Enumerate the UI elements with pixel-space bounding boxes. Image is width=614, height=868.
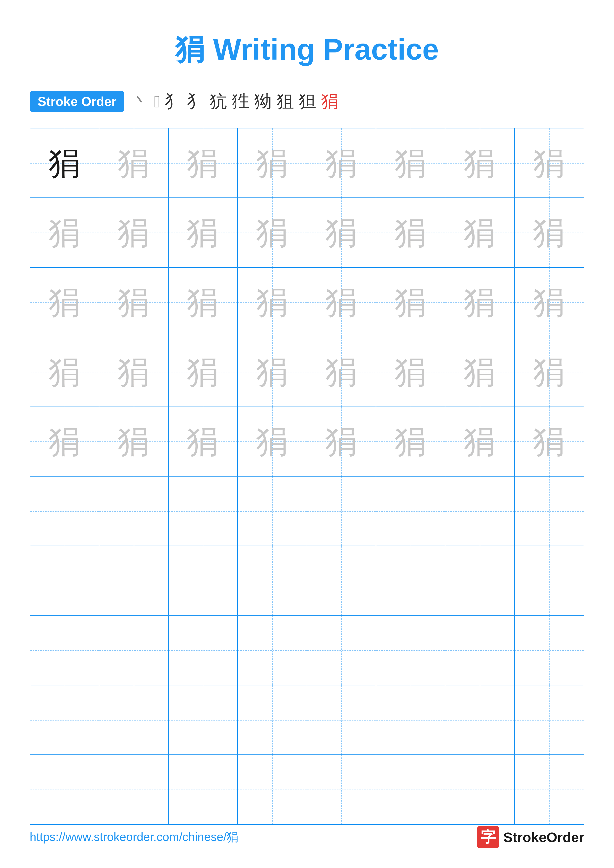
- grid-cell-9-8[interactable]: [515, 685, 584, 755]
- grid-cell-1-3[interactable]: 狷: [169, 129, 238, 197]
- grid-cell-10-2[interactable]: [99, 755, 168, 824]
- stroke-5: 犺: [210, 90, 227, 113]
- grid-cell-9-6[interactable]: [376, 685, 445, 755]
- grid-cell-3-2[interactable]: 狷: [99, 268, 168, 337]
- grid-cell-3-5[interactable]: 狷: [307, 268, 376, 337]
- practice-grid: 狷 狷 狷 狷 狷 狷 狷 狷 狷: [30, 128, 584, 825]
- grid-cell-8-8[interactable]: [515, 616, 584, 685]
- grid-cell-4-7[interactable]: 狷: [445, 337, 515, 406]
- grid-cell-1-2[interactable]: 狷: [99, 129, 168, 197]
- grid-cell-1-4[interactable]: 狷: [238, 129, 307, 197]
- footer-url[interactable]: https://www.strokeorder.com/chinese/狷: [30, 829, 238, 845]
- grid-cell-6-2[interactable]: [99, 477, 168, 546]
- footer: https://www.strokeorder.com/chinese/狷 字 …: [30, 826, 584, 848]
- grid-cell-4-8[interactable]: 狷: [515, 337, 584, 406]
- grid-cell-6-6[interactable]: [376, 477, 445, 546]
- grid-cell-2-8[interactable]: 狷: [515, 198, 584, 267]
- grid-cell-5-5[interactable]: 狷: [307, 407, 376, 476]
- grid-cell-8-2[interactable]: [99, 616, 168, 685]
- grid-cell-6-3[interactable]: [169, 477, 238, 546]
- grid-cell-1-1[interactable]: 狷: [30, 129, 99, 197]
- grid-row-10: [30, 755, 584, 824]
- grid-cell-2-6[interactable]: 狷: [376, 198, 445, 267]
- grid-cell-1-7[interactable]: 狷: [445, 129, 515, 197]
- stroke-4: 犭: [188, 90, 205, 113]
- grid-cell-7-6[interactable]: [376, 546, 445, 615]
- grid-cell-3-1[interactable]: 狷: [30, 268, 99, 337]
- grid-cell-10-7[interactable]: [445, 755, 515, 824]
- grid-cell-6-1[interactable]: [30, 477, 99, 546]
- grid-cell-5-2[interactable]: 狷: [99, 407, 168, 476]
- grid-cell-8-1[interactable]: [30, 616, 99, 685]
- page: 狷 Writing Practice Stroke Order 丶 𠃌 犭 犭 …: [0, 0, 614, 868]
- stroke-6: 狌: [232, 90, 249, 113]
- grid-cell-10-1[interactable]: [30, 755, 99, 824]
- grid-cell-8-3[interactable]: [169, 616, 238, 685]
- grid-cell-7-3[interactable]: [169, 546, 238, 615]
- grid-cell-8-6[interactable]: [376, 616, 445, 685]
- grid-cell-9-3[interactable]: [169, 685, 238, 755]
- char-light: 狷: [187, 147, 219, 179]
- grid-cell-10-5[interactable]: [307, 755, 376, 824]
- grid-cell-5-4[interactable]: 狷: [238, 407, 307, 476]
- grid-cell-1-6[interactable]: 狷: [376, 129, 445, 197]
- grid-cell-8-7[interactable]: [445, 616, 515, 685]
- grid-cell-8-5[interactable]: [307, 616, 376, 685]
- grid-cell-5-6[interactable]: 狷: [376, 407, 445, 476]
- grid-cell-4-1[interactable]: 狷: [30, 337, 99, 406]
- grid-row-1: 狷 狷 狷 狷 狷 狷 狷 狷: [30, 129, 584, 198]
- grid-cell-10-3[interactable]: [169, 755, 238, 824]
- grid-cell-5-3[interactable]: 狷: [169, 407, 238, 476]
- grid-cell-5-7[interactable]: 狷: [445, 407, 515, 476]
- grid-cell-5-1[interactable]: 狷: [30, 407, 99, 476]
- char-dark: 狷: [48, 147, 81, 179]
- grid-cell-2-7[interactable]: 狷: [445, 198, 515, 267]
- grid-cell-6-7[interactable]: [445, 477, 515, 546]
- stroke-order-section: Stroke Order 丶 𠃌 犭 犭 犺 狌 狕 狙 狚 狷: [30, 90, 584, 113]
- grid-cell-3-8[interactable]: 狷: [515, 268, 584, 337]
- grid-cell-4-5[interactable]: 狷: [307, 337, 376, 406]
- grid-cell-9-2[interactable]: [99, 685, 168, 755]
- grid-cell-8-4[interactable]: [238, 616, 307, 685]
- grid-row-4: 狷 狷 狷 狷 狷 狷 狷 狷: [30, 337, 584, 407]
- grid-cell-4-4[interactable]: 狷: [238, 337, 307, 406]
- grid-cell-2-4[interactable]: 狷: [238, 198, 307, 267]
- grid-cell-7-1[interactable]: [30, 546, 99, 615]
- grid-cell-4-3[interactable]: 狷: [169, 337, 238, 406]
- grid-cell-6-8[interactable]: [515, 477, 584, 546]
- grid-cell-7-4[interactable]: [238, 546, 307, 615]
- footer-logo: 字 StrokeOrder: [477, 826, 584, 848]
- grid-cell-9-4[interactable]: [238, 685, 307, 755]
- grid-cell-10-4[interactable]: [238, 755, 307, 824]
- grid-cell-9-5[interactable]: [307, 685, 376, 755]
- grid-cell-3-3[interactable]: 狷: [169, 268, 238, 337]
- grid-cell-10-6[interactable]: [376, 755, 445, 824]
- grid-cell-4-6[interactable]: 狷: [376, 337, 445, 406]
- grid-cell-7-8[interactable]: [515, 546, 584, 615]
- grid-cell-2-2[interactable]: 狷: [99, 198, 168, 267]
- stroke-8: 狙: [277, 90, 294, 113]
- grid-cell-3-4[interactable]: 狷: [238, 268, 307, 337]
- grid-cell-3-6[interactable]: 狷: [376, 268, 445, 337]
- grid-cell-7-2[interactable]: [99, 546, 168, 615]
- grid-cell-10-8[interactable]: [515, 755, 584, 824]
- grid-cell-5-8[interactable]: 狷: [515, 407, 584, 476]
- grid-cell-9-7[interactable]: [445, 685, 515, 755]
- grid-row-2: 狷 狷 狷 狷 狷 狷 狷 狷: [30, 198, 584, 268]
- grid-cell-2-1[interactable]: 狷: [30, 198, 99, 267]
- grid-cell-6-5[interactable]: [307, 477, 376, 546]
- logo-text: StrokeOrder: [503, 829, 584, 845]
- char-light: 狷: [325, 147, 358, 179]
- grid-cell-2-5[interactable]: 狷: [307, 198, 376, 267]
- grid-cell-4-2[interactable]: 狷: [99, 337, 168, 406]
- grid-cell-6-4[interactable]: [238, 477, 307, 546]
- stroke-order-badge: Stroke Order: [30, 91, 124, 112]
- grid-cell-3-7[interactable]: 狷: [445, 268, 515, 337]
- grid-cell-2-3[interactable]: 狷: [169, 198, 238, 267]
- grid-cell-1-8[interactable]: 狷: [515, 129, 584, 197]
- grid-cell-1-5[interactable]: 狷: [307, 129, 376, 197]
- stroke-10: 狷: [321, 90, 339, 113]
- grid-cell-9-1[interactable]: [30, 685, 99, 755]
- grid-cell-7-5[interactable]: [307, 546, 376, 615]
- grid-cell-7-7[interactable]: [445, 546, 515, 615]
